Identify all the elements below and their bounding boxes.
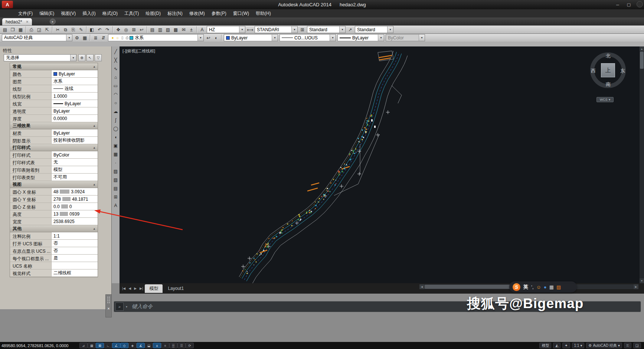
chevron-down-icon[interactable] <box>70 55 76 61</box>
menu-item-6[interactable]: 工具(T) <box>121 9 142 18</box>
vertical-scrollbar[interactable]: ▲ ▼ <box>640 46 644 283</box>
property-value[interactable]: 二维线框 <box>52 269 98 277</box>
pickadd-toggle-button[interactable]: ⊕ <box>78 54 85 61</box>
text-style-combo[interactable]: HZ <box>207 26 245 33</box>
workspace-combo[interactable]: AutoCAD 经典 <box>2 34 72 41</box>
collapse-arrow-icon[interactable] <box>93 183 96 186</box>
region-tool[interactable]: ▤ <box>112 185 119 192</box>
clean-screen-button[interactable]: ◲ <box>633 343 641 348</box>
scroll-down-icon[interactable]: ▼ <box>640 278 644 283</box>
section-header[interactable]: 其他 <box>10 225 98 232</box>
property-value[interactable]: ByLayer <box>52 107 98 114</box>
open-icon[interactable]: ❒ <box>9 26 17 33</box>
chevron-down-icon[interactable] <box>330 35 336 41</box>
mleader-style-combo[interactable]: Standard <box>355 26 393 33</box>
copy-icon[interactable]: ⧉ <box>62 26 69 33</box>
compass-west-label[interactable]: 西 <box>591 68 596 74</box>
property-value[interactable]: 0.0000 <box>52 115 98 122</box>
property-value[interactable]: 投射和接收阴影 <box>52 137 98 144</box>
grid-toggle[interactable]: ⊞ <box>96 343 104 348</box>
polyline-tool[interactable]: ∿ <box>112 65 119 72</box>
table-tool[interactable]: ⊞ <box>112 193 119 200</box>
command-input[interactable]: 键入命令 <box>132 303 153 310</box>
layer-previous-icon[interactable]: ↩ <box>205 34 212 41</box>
point-tool[interactable]: · <box>112 159 119 166</box>
make-block-tool[interactable]: ▦ <box>112 151 119 158</box>
property-value[interactable]: 是 <box>52 255 98 262</box>
layer-isolate-icon[interactable]: ◐ <box>212 34 220 41</box>
transparency-toggle[interactable]: ▒ <box>169 343 177 348</box>
menu-item-8[interactable]: 标注(N) <box>164 9 186 18</box>
property-value[interactable]: 水系 <box>52 78 98 85</box>
match-properties-icon[interactable]: ✎ <box>77 26 85 33</box>
navigation-compass[interactable]: 北 南 西 东 上 <box>589 52 627 89</box>
menu-item-2[interactable]: 编辑(E) <box>36 9 58 18</box>
command-palette-titlebar[interactable] <box>105 294 112 317</box>
dim-style-icon[interactable]: ⟷ <box>246 26 254 33</box>
vertical-scrollbar-thumb[interactable] <box>640 52 644 69</box>
property-value[interactable]: 模型 <box>52 166 98 173</box>
tab-nav-first-icon[interactable]: |◀ <box>121 286 127 291</box>
annotation-autoscale-button[interactable]: ✦ <box>562 343 570 348</box>
menu-item-5[interactable]: 格式(O) <box>99 9 121 18</box>
property-value[interactable]: 130939 <box>52 210 98 217</box>
chevron-down-icon[interactable] <box>291 26 297 33</box>
redo-icon[interactable]: ↷ <box>104 26 111 33</box>
lock-ui-button[interactable]: ⚿ <box>624 343 631 348</box>
properties-icon[interactable]: ▤ <box>148 26 156 33</box>
osnap3d-toggle[interactable]: ◈ <box>128 343 137 348</box>
command-prompt-icon[interactable]: ＞ <box>115 303 124 311</box>
annotation-visibility-button[interactable]: ◭ <box>553 343 560 348</box>
construction-line-tool[interactable]: ╳ <box>112 56 119 64</box>
ellipse-tool[interactable]: ◯ <box>112 125 119 132</box>
property-value[interactable]: 否 <box>52 240 98 247</box>
arc-tool[interactable]: ◠ <box>112 91 119 98</box>
sogou-logo-icon[interactable]: S <box>513 283 520 291</box>
property-value[interactable]: 483.0924 <box>52 188 98 195</box>
menu-item-4[interactable]: 插入(I) <box>79 9 99 18</box>
property-value[interactable]: ByLayer <box>52 70 98 77</box>
menu-item-3[interactable]: 视图(V) <box>58 9 79 18</box>
quick-properties-toggle[interactable]: ☰ <box>177 343 186 348</box>
command-close-icon[interactable] <box>106 306 111 311</box>
collapse-arrow-icon[interactable] <box>93 146 96 149</box>
text-style-icon[interactable]: A <box>198 26 206 33</box>
mtext-tool[interactable]: A <box>112 202 119 209</box>
palette-grip-icon[interactable] <box>107 296 110 304</box>
gradient-tool[interactable]: ▧ <box>112 176 119 183</box>
layer-properties-manager-icon[interactable]: ≣ <box>92 34 99 41</box>
property-value[interactable] <box>52 262 98 269</box>
zoom-previous-icon[interactable]: ↩ <box>138 26 146 33</box>
menu-item-1[interactable]: 文件(F) <box>15 9 36 18</box>
otrack-toggle[interactable]: ∡ <box>137 343 145 348</box>
quick-select-button[interactable]: ▽ <box>95 54 102 61</box>
property-value[interactable]: 连续 <box>52 85 98 92</box>
wcs-badge[interactable]: WCS <box>596 97 614 102</box>
property-value[interactable]: 2538.6925 <box>52 218 98 225</box>
chevron-down-icon[interactable] <box>609 98 611 101</box>
property-value[interactable]: 1.0000 <box>52 93 98 100</box>
ime-language-indicator[interactable]: 英 <box>523 284 528 290</box>
chevron-down-icon[interactable] <box>339 26 345 33</box>
dyn-toggle[interactable]: ± <box>153 343 161 348</box>
drawing-canvas[interactable]: [-][俯视][二维线框] 北 南 西 东 上 WCS <box>120 46 640 283</box>
workspace-switch-button[interactable]: ⚙AutoCAD 经典 <box>586 343 622 348</box>
section-header[interactable]: 视图 <box>10 181 98 188</box>
plot-icon[interactable]: ⎙ <box>27 26 35 33</box>
command-history-chevron-icon[interactable] <box>126 305 127 308</box>
designcenter-icon[interactable]: ▥ <box>156 26 164 33</box>
property-value[interactable]: ByColor <box>52 151 98 158</box>
select-objects-button[interactable]: ↖ <box>86 54 94 61</box>
zoom-realtime-icon[interactable]: ◎ <box>122 26 130 33</box>
table-style-icon[interactable]: ⊞ <box>298 26 306 33</box>
paste-icon[interactable]: ⎘ <box>69 26 77 33</box>
chevron-down-icon[interactable] <box>239 26 245 33</box>
snap-toggle[interactable]: ▦ <box>88 343 96 348</box>
property-value[interactable]: 无 <box>52 159 98 166</box>
tab-layout1[interactable]: Layout1 <box>163 285 188 292</box>
pan-icon[interactable]: ✥ <box>114 26 122 33</box>
ime-emoji-icon[interactable]: ☺ <box>536 284 541 290</box>
ime-mic-icon[interactable]: ● <box>544 284 547 290</box>
save-icon[interactable]: ▦ <box>17 26 24 33</box>
compass-north-label[interactable]: 北 <box>606 53 611 59</box>
